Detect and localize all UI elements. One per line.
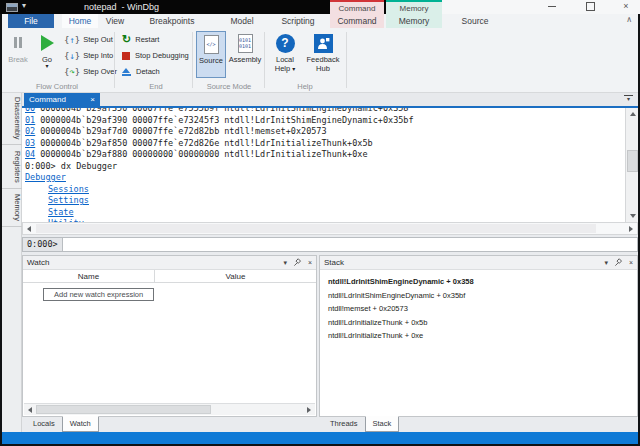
status-bar (2, 432, 638, 444)
tab-stack[interactable]: Stack (365, 416, 400, 432)
scroll-down-icon[interactable] (626, 210, 639, 222)
state-link[interactable]: State (48, 207, 74, 217)
ribbon: Break Go ▾ {↑} Step Out {↓} Step Into {↷… (2, 28, 638, 93)
stack-frame-2[interactable]: ntdll!memset + 0x20573 (328, 302, 629, 316)
tab-home[interactable]: Home (62, 14, 98, 28)
group-label-source-mode: Source Mode (196, 82, 262, 91)
stack-frame-1[interactable]: ntdll!LdrInitShimEngineDynamic + 0x35bf (328, 289, 629, 303)
detach-button[interactable]: Detach (122, 64, 160, 79)
stop-icon (122, 52, 130, 60)
app-icon[interactable] (6, 3, 18, 12)
settings-link[interactable]: Settings (48, 195, 89, 205)
go-dropdown-caret-icon[interactable]: ▾ (34, 64, 60, 69)
stack-frame-3[interactable]: ntdll!LdrInitializeThunk + 0x5b (328, 316, 629, 330)
frame-04-link[interactable]: 04 (25, 149, 35, 159)
pin-icon[interactable] (614, 258, 623, 268)
feedback-hub-button[interactable]: Feedback Hub (304, 31, 342, 81)
pause-icon (4, 31, 32, 55)
watch-horizontal-scrollbar[interactable] (24, 403, 315, 415)
pin-icon[interactable] (293, 258, 302, 268)
tab-command-contextual[interactable]: Command (330, 14, 384, 28)
local-help-button[interactable]: ? Local Help ▾ (268, 31, 302, 81)
watch-column-headers: Name Value (23, 270, 316, 283)
windbg-window: ▾ notepad - WinDbg Command Memory × File… (0, 0, 640, 446)
assembly-mode-button[interactable]: 0101 0101 Assembly (228, 31, 262, 78)
close-button[interactable]: × (614, 0, 638, 14)
scroll-left-icon[interactable] (24, 404, 36, 415)
sidebar-tab-registers[interactable]: Registers (2, 145, 22, 189)
step-out-button[interactable]: {↑} Step Out (64, 32, 113, 47)
step-over-icon: {↷} (64, 67, 80, 77)
command-input[interactable] (62, 237, 638, 252)
panel-menu-caret-icon[interactable]: ▾ (604, 259, 608, 267)
collapse-ribbon-icon[interactable]: ∧ (626, 15, 632, 24)
panel-close-icon[interactable]: × (308, 259, 312, 266)
minimize-button[interactable] (540, 0, 564, 14)
frame-00-link[interactable]: 00 (25, 108, 35, 113)
restart-icon: ↻ (122, 33, 131, 46)
panel-close-icon[interactable]: × (629, 259, 633, 266)
tab-breakpoints[interactable]: Breakpoints (142, 14, 202, 28)
tab-memory-contextual[interactable]: Memory (386, 14, 442, 28)
sidebar-tab-disassembly[interactable]: Disassembly (2, 93, 22, 145)
tab-close-icon[interactable]: × (90, 95, 95, 104)
scrollbar-thumb[interactable] (36, 405, 211, 414)
step-into-button[interactable]: {↓} Step Into (64, 48, 113, 63)
command-horizontal-scrollbar[interactable] (22, 222, 638, 235)
play-icon (34, 31, 60, 55)
tab-view[interactable]: View (100, 14, 130, 28)
scrollbar-thumb[interactable] (36, 224, 596, 233)
stack-output-line: 020000004b`b29af7d000007ffe`e72d82bbntdl… (25, 126, 638, 138)
tab-command-window[interactable]: Command × (24, 93, 100, 106)
frame-02-link[interactable]: 02 (25, 126, 35, 136)
column-header-value[interactable]: Value (155, 270, 316, 282)
sidebar-tab-memory[interactable]: Memory (2, 189, 22, 227)
tab-watch[interactable]: Watch (62, 416, 99, 432)
tab-threads[interactable]: Threads (323, 417, 365, 432)
quick-access-caret-icon[interactable]: ▾ (22, 1, 26, 10)
scroll-up-icon[interactable] (626, 108, 639, 120)
main-area: Disassembly Registers Memory Command × ▾… (2, 93, 638, 432)
help-icon: ? (268, 31, 302, 55)
stack-frame-0[interactable]: ntdll!LdrInitShimEngineDynamic + 0x358 (328, 275, 629, 289)
command-vertical-scrollbar[interactable] (625, 108, 638, 222)
tab-file[interactable]: File (8, 14, 54, 28)
maximize-button[interactable] (578, 0, 602, 14)
go-button[interactable]: Go ▾ (34, 31, 60, 69)
column-header-name[interactable]: Name (23, 270, 155, 282)
prompt-label: 0:000> (22, 237, 62, 252)
break-button[interactable]: Break (4, 31, 32, 64)
stack-frame-4[interactable]: ntdll!LdrInitializeThunk + 0xe (328, 329, 629, 343)
frame-01-link[interactable]: 01 (25, 115, 35, 125)
stack-output-line: 010000004b`b29af39000007ffe`e73245f3ntdl… (25, 115, 638, 127)
source-mode-button[interactable]: </> Source (196, 31, 226, 78)
tab-source-contextual[interactable]: Source (450, 14, 500, 28)
group-label-help: Help (268, 82, 342, 91)
stack-panel-title: Stack (324, 258, 344, 267)
tab-locals[interactable]: Locals (26, 417, 62, 432)
scroll-right-icon[interactable] (625, 223, 637, 234)
scroll-left-icon[interactable] (23, 223, 35, 234)
panel-menu-caret-icon[interactable]: ▾ (283, 259, 287, 267)
sessions-link[interactable]: Sessions (48, 184, 89, 194)
command-tab-bar: Command × ▾ (22, 93, 638, 106)
stop-debugging-button[interactable]: Stop Debugging (122, 48, 189, 63)
left-dock-sidebar: Disassembly Registers Memory (2, 93, 22, 432)
scroll-right-icon[interactable] (303, 404, 315, 415)
scrollbar-thumb[interactable] (627, 150, 638, 172)
step-out-icon: {↑} (64, 35, 80, 45)
debugger-link[interactable]: Debugger (25, 172, 66, 182)
add-watch-expression-button[interactable]: Add new watch expression (43, 288, 154, 301)
restart-button[interactable]: ↻ Restart (122, 32, 159, 47)
context-group-command: Command (330, 0, 384, 14)
tab-model[interactable]: Model (222, 14, 262, 28)
window-dock-menu-icon[interactable]: ▾ (624, 95, 633, 101)
feedback-hub-icon (304, 31, 342, 55)
step-into-icon: {↓} (64, 51, 80, 61)
frame-03-link[interactable]: 03 (25, 138, 35, 148)
step-over-button[interactable]: {↷} Step Over (64, 64, 117, 79)
ribbon-tab-row: File Home View Breakpoints Model Scripti… (2, 14, 638, 28)
stack-output-line: 030000004b`b29af85000007ffe`e72d826entdl… (25, 138, 638, 150)
watch-panel-tabs: Locals Watch (26, 417, 99, 432)
tab-scripting[interactable]: Scripting (274, 14, 322, 28)
